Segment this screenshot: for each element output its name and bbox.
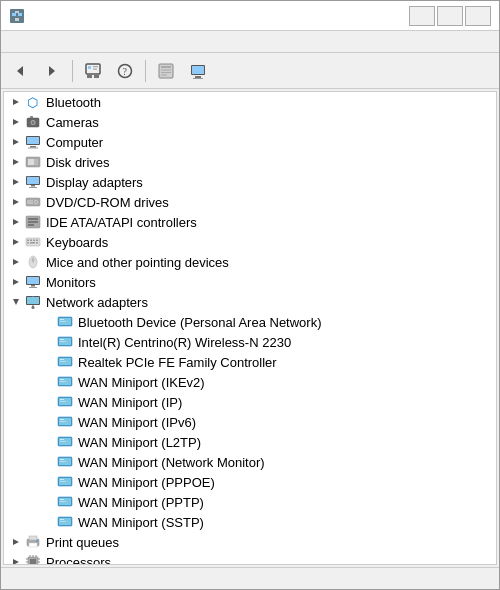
tree-item-print-queues[interactable]: Print queues [4, 532, 496, 552]
menu-help[interactable] [53, 40, 69, 44]
expand-arrow-wan-netmon[interactable] [40, 454, 56, 470]
svg-rect-127 [29, 543, 37, 547]
svg-marker-65 [13, 259, 19, 265]
tree-item-wan-ipv6[interactable]: WAN Miniport (IPv6) [4, 412, 496, 432]
tree-item-network-adapters[interactable]: Network adapters [4, 292, 496, 312]
tree-item-wan-sstp[interactable]: WAN Miniport (SSTP) [4, 512, 496, 532]
tree-item-wan-netmon[interactable]: WAN Miniport (Network Monitor) [4, 452, 496, 472]
expand-arrow-wan-sstp[interactable] [40, 514, 56, 530]
expand-arrow-print-queues[interactable] [8, 534, 24, 550]
expand-arrow-wan-ipv6[interactable] [40, 414, 56, 430]
expand-arrow-mice[interactable] [8, 254, 24, 270]
tree-item-bluetooth-pan[interactable]: Bluetooth Device (Personal Area Network) [4, 312, 496, 332]
minimize-button[interactable] [409, 6, 435, 26]
expand-arrow-bluetooth-pan[interactable] [40, 314, 56, 330]
svg-rect-39 [34, 159, 38, 165]
svg-rect-98 [60, 399, 64, 400]
expand-arrow-ide[interactable] [8, 214, 24, 230]
expand-arrow-intel-centrino[interactable] [40, 334, 56, 350]
menu-file[interactable] [5, 40, 21, 44]
forward-button[interactable] [37, 57, 67, 85]
tree-item-ide[interactable]: IDE ATA/ATAPI controllers [4, 212, 496, 232]
svg-rect-78 [32, 306, 34, 308]
tree-item-display-adapters[interactable]: Display adapters [4, 172, 496, 192]
tree-item-bluetooth[interactable]: ⬡Bluetooth [4, 92, 496, 112]
expand-arrow-dvd[interactable] [8, 194, 24, 210]
device-icon-wan-ipv6 [56, 414, 74, 430]
device-icon-display-adapters [24, 174, 42, 190]
tree-item-computer[interactable]: Computer [4, 132, 496, 152]
svg-rect-18 [161, 72, 171, 73]
expand-arrow-wan-pppoe[interactable] [40, 474, 56, 490]
svg-marker-51 [13, 219, 19, 225]
tree-item-wan-ip[interactable]: WAN Miniport (IP) [4, 392, 496, 412]
expand-arrow-display-adapters[interactable] [8, 174, 24, 190]
tree-item-wan-ikev2[interactable]: WAN Miniport (IKEv2) [4, 372, 496, 392]
view-button[interactable] [183, 57, 213, 85]
device-label-dvd: DVD/CD-ROM drives [46, 195, 169, 210]
device-manager-window: ? ⬡BluetoothCamerasComputerD [0, 0, 500, 590]
svg-rect-21 [192, 66, 204, 74]
svg-rect-30 [30, 116, 33, 118]
tree-item-wan-l2tp[interactable]: WAN Miniport (L2TP) [4, 432, 496, 452]
expand-arrow-disk-drives[interactable] [8, 154, 24, 170]
expand-arrow-cameras[interactable] [8, 114, 24, 130]
svg-marker-69 [13, 279, 19, 285]
svg-rect-119 [60, 501, 66, 502]
maximize-button[interactable] [437, 6, 463, 26]
close-button[interactable] [465, 6, 491, 26]
device-label-bluetooth-pan: Bluetooth Device (Personal Area Network) [78, 315, 322, 330]
expand-arrow-keyboards[interactable] [8, 234, 24, 250]
tree-item-processors[interactable]: Processors [4, 552, 496, 565]
toolbar-separator-2 [145, 60, 146, 82]
device-icon-mice [24, 254, 42, 270]
svg-rect-64 [36, 242, 38, 244]
svg-rect-126 [29, 536, 37, 540]
tree-item-intel-centrino[interactable]: Intel(R) Centrino(R) Wireless-N 2230 [4, 332, 496, 352]
device-icon-wan-l2tp [56, 434, 74, 450]
status-bar [1, 567, 499, 589]
device-label-wan-sstp: WAN Miniport (SSTP) [78, 515, 204, 530]
svg-rect-33 [27, 137, 39, 144]
menu-action[interactable] [21, 40, 37, 44]
back-button[interactable] [5, 57, 35, 85]
tree-item-mice[interactable]: Mice and other pointing devices [4, 252, 496, 272]
properties-button[interactable] [78, 57, 108, 85]
expand-arrow-bluetooth[interactable] [8, 94, 24, 110]
expand-arrow-realtek-pcie[interactable] [40, 354, 56, 370]
help-button[interactable]: ? [110, 57, 140, 85]
svg-rect-103 [60, 421, 66, 422]
tree-item-realtek-pcie[interactable]: Realtek PCIe FE Family Controller [4, 352, 496, 372]
expand-arrow-wan-pptp[interactable] [40, 494, 56, 510]
device-icon-print-queues [24, 534, 42, 550]
tree-item-dvd[interactable]: DVD/CD-ROM drives [4, 192, 496, 212]
svg-rect-45 [29, 187, 37, 188]
tree-item-disk-drives[interactable]: Disk drives [4, 152, 496, 172]
svg-rect-114 [60, 479, 64, 480]
expand-arrow-wan-l2tp[interactable] [40, 434, 56, 450]
tree-item-wan-pptp[interactable]: WAN Miniport (PPTP) [4, 492, 496, 512]
device-icon-dvd [24, 194, 42, 210]
device-icon-keyboards [24, 234, 42, 250]
expand-arrow-network-adapters[interactable] [8, 294, 24, 310]
svg-marker-74 [13, 299, 19, 305]
device-icon-wan-sstp [56, 514, 74, 530]
device-label-ide: IDE ATA/ATAPI controllers [46, 215, 197, 230]
tree-item-keyboards[interactable]: Keyboards [4, 232, 496, 252]
tree-item-cameras[interactable]: Cameras [4, 112, 496, 132]
device-label-display-adapters: Display adapters [46, 175, 143, 190]
device-tree[interactable]: ⬡BluetoothCamerasComputerDisk drivesDisp… [3, 91, 497, 565]
scan-button[interactable] [151, 57, 181, 85]
title-bar [1, 1, 499, 31]
expand-arrow-wan-ip[interactable] [40, 394, 56, 410]
expand-arrow-wan-ikev2[interactable] [40, 374, 56, 390]
tree-item-wan-pppoe[interactable]: WAN Miniport (PPPOE) [4, 472, 496, 492]
expand-arrow-monitors[interactable] [8, 274, 24, 290]
device-label-intel-centrino: Intel(R) Centrino(R) Wireless-N 2230 [78, 335, 291, 350]
svg-rect-23 [193, 78, 203, 79]
expand-arrow-computer[interactable] [8, 134, 24, 150]
svg-rect-53 [28, 218, 38, 220]
tree-item-monitors[interactable]: Monitors [4, 272, 496, 292]
expand-arrow-processors[interactable] [8, 554, 24, 565]
menu-view[interactable] [37, 40, 53, 44]
